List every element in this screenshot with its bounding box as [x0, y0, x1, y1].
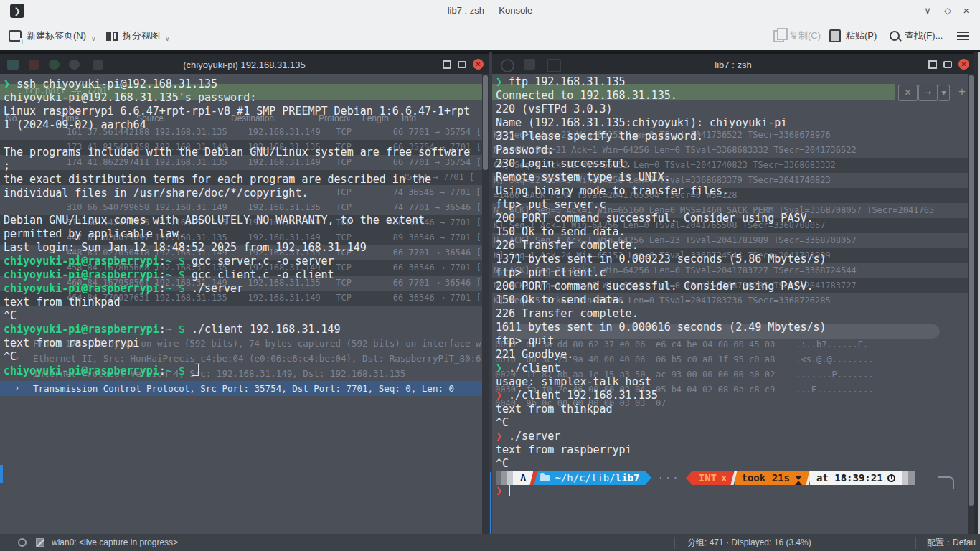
close-button[interactable]: ×	[958, 0, 974, 22]
terminal-line: the exact distribution terms for each pr…	[4, 173, 431, 187]
path-dir: lib7	[616, 471, 640, 485]
terminal-line: 221 Goodbye.	[496, 348, 573, 362]
terminal-line: ftp> quit	[496, 334, 554, 348]
expand-pane-icon[interactable]	[928, 60, 937, 69]
terminal-line: 230 Login successful.	[496, 157, 632, 171]
paste-button[interactable]: 粘贴(P)	[829, 22, 877, 50]
statusbar-divider	[674, 537, 675, 549]
edit-capture-comment-icon	[36, 538, 44, 547]
terminal-line: chiyoyuki-pi@raspberrypi:~ $	[4, 364, 199, 377]
powerline-arrow-tip	[686, 471, 692, 485]
prompt-frame-corner	[938, 476, 954, 489]
terminal-line: ❯ ./client	[496, 362, 560, 375]
terminal-line: text from thinkpad	[496, 402, 613, 416]
status-label: INT	[699, 471, 717, 485]
terminal-pane-zsh[interactable]: lib7 : zsh ✕ ✕ ➞ ▾ + K] Seq=1 Ack=21 Win…	[492, 52, 974, 534]
search-icon	[890, 31, 900, 41]
find-label: 查找(F)...	[905, 29, 943, 42]
left-pane-scrollbar[interactable]	[482, 74, 489, 534]
left-pane-header[interactable]: (chiyoyuki-pi) 192.168.31.135 ✕	[0, 52, 489, 74]
powerline-cap	[507, 471, 513, 485]
terminal-line: text from thinkpad	[4, 296, 121, 309]
terminal-line: Remote system type is UNIX.	[496, 171, 671, 184]
terminal-line: ^C	[4, 309, 17, 323]
hamburger-icon	[957, 32, 969, 40]
terminal-line: Name (192.168.31.135:chiyoyuki): chiyoyu…	[496, 116, 787, 130]
terminal-line: chiyoyuki-pi@raspberrypi:~ $ ./server	[4, 282, 243, 296]
folder-icon	[540, 475, 550, 481]
terminal-line: ftp> put client.c	[496, 266, 606, 280]
window-titlebar[interactable]: ❯ lib7 : zsh — Konsole ∨ ◇ ×	[0, 0, 980, 22]
menu-button[interactable]	[957, 22, 969, 50]
right-scrollbar-thumb[interactable]	[969, 75, 974, 506]
left-terminal-text[interactable]: ❯ ssh chiyoyuki-pi@192.168.31.135chiyoyu…	[0, 74, 489, 534]
main-toolbar: 新建标签页(N) ∨ 拆分视图 ∨ 复制(C) 粘贴(P) 查找(F)...	[0, 22, 980, 52]
duration-label: took 21s	[741, 471, 789, 485]
packet-count: 分组: 471 · Displayed: 16 (3.4%)	[687, 534, 811, 551]
statusbar-divider	[915, 537, 916, 549]
terminal-line: 200 PORT command successful. Consider us…	[496, 212, 814, 225]
terminal-line: ^C	[4, 350, 17, 364]
split-view-label: 拆分视图	[123, 29, 160, 42]
chevron-down-icon: ∨	[91, 35, 96, 42]
terminal-line: ❯ ./client 192.168.31.135	[496, 389, 658, 402]
split-view-button[interactable]: 拆分视图 ∨	[106, 22, 170, 50]
ghost-pane-border	[490, 472, 491, 534]
find-button[interactable]: 查找(F)...	[890, 22, 943, 50]
terminal-line: usage: simplex-talk host	[496, 375, 651, 389]
path-prefix: ~/h/c/lib/	[555, 471, 615, 485]
terminal-line: 1 (2024-09-02) aarch64	[4, 118, 146, 132]
duration-segment: took 21s	[735, 471, 808, 485]
close-pane-icon[interactable]: ✕	[958, 59, 969, 70]
terminal-line: ;	[4, 159, 10, 173]
terminal-line: chiyoyuki-pi@raspberrypi:~ $ ./client 19…	[4, 323, 341, 336]
gap-dots: ···	[651, 471, 685, 485]
terminal-line: ^C	[496, 457, 509, 471]
right-pane-header[interactable]: lib7 : zsh ✕	[492, 52, 974, 74]
new-tab-button[interactable]: 新建标签页(N) ∨	[9, 22, 96, 50]
terminal-line: ❯ ftp 192.168.31.135	[496, 75, 626, 89]
new-tab-icon	[9, 30, 22, 42]
powerline-cap	[501, 471, 507, 485]
terminal-cursor	[509, 485, 510, 496]
window-right-edge	[974, 52, 980, 534]
terminal-line: 200 PORT command successful. Consider us…	[496, 280, 814, 293]
terminal-line: Last login: Sun Jan 12 18:48:52 2025 fro…	[4, 241, 367, 255]
exit-status-segment: INTx	[692, 471, 734, 485]
copy-label: 复制(C)	[789, 29, 821, 42]
new-tab-small-icon[interactable]	[943, 61, 952, 68]
terminal-area: (chiyoyuki-pi) 192.168.31.135 ✕ tcp.port…	[0, 52, 980, 534]
powerline-cap	[496, 471, 501, 485]
powerline-cap	[908, 471, 915, 485]
terminal-line: 220 (vsFTPd 3.0.3)	[496, 103, 613, 116]
left-pane-body[interactable]: tcp.port == 7701 No.TimeSourceDestinatio…	[0, 74, 489, 534]
terminal-line: ftp> put server.c	[496, 198, 606, 212]
right-pane-body[interactable]: ✕ ➞ ▾ + K] Seq=1 Ack=21 Win=65152 Len=0 …	[492, 74, 974, 534]
terminal-line: chiyoyuki-pi@raspberrypi:~ $ gcc client.…	[4, 268, 334, 282]
expand-pane-icon[interactable]	[443, 60, 451, 69]
terminal-line: text from raspberrypi	[496, 443, 632, 457]
profile-label: 配置：Defau	[927, 534, 976, 551]
copy-button[interactable]: 复制(C)	[773, 22, 821, 50]
terminal-pane-ssh[interactable]: (chiyoyuki-pi) 192.168.31.135 ✕ tcp.port…	[0, 52, 489, 534]
left-pane-title: (chiyoyuki-pi) 192.168.31.135	[0, 55, 489, 75]
terminal-line: Linux raspberrypi 6.6.47+rpt-rpi-v8 #1 S…	[4, 105, 470, 118]
expert-info-icon	[18, 538, 27, 547]
right-terminal-text[interactable]: ❯ ftp 192.168.31.135Connected to 192.168…	[492, 74, 974, 534]
new-tab-label: 新建标签页(N)	[27, 29, 86, 42]
right-pane-title: lib7 : zsh	[492, 55, 974, 75]
status-x-icon: x	[721, 471, 727, 485]
new-tab-small-icon[interactable]	[458, 61, 466, 68]
left-scrollbar-thumb[interactable]	[483, 75, 488, 170]
minimize-button[interactable]: ∨	[920, 0, 936, 22]
right-pane-scrollbar[interactable]	[968, 74, 974, 534]
terminal-line: Debian GNU/Linux comes with ABSOLUTELY N…	[4, 214, 425, 227]
clock-icon	[887, 474, 895, 482]
maximize-button[interactable]: ◇	[940, 0, 956, 22]
chevron-down-icon: ∨	[165, 35, 170, 42]
hourglass-icon	[795, 476, 802, 480]
close-pane-icon[interactable]: ✕	[473, 59, 484, 70]
terminal-line: Password:	[496, 143, 554, 157]
terminal-line: Using binary mode to transfer files.	[496, 184, 729, 198]
window-title: lib7 : zsh — Konsole	[0, 0, 980, 22]
